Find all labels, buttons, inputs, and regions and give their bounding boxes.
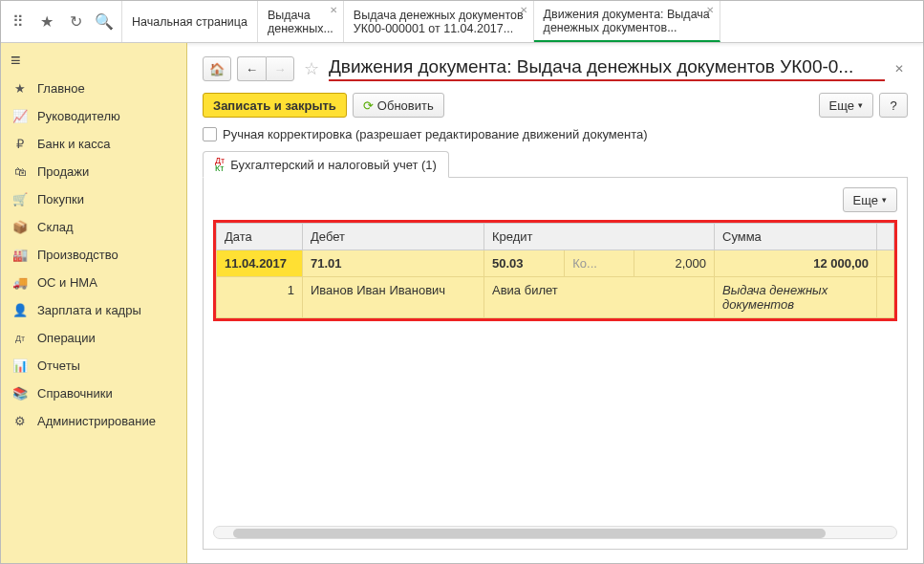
col-date[interactable]: Дата [217, 224, 303, 250]
sidebar-item-warehouse[interactable]: 📦Склад [1, 213, 186, 241]
horizontal-scrollbar[interactable] [213, 526, 897, 539]
page-title: Движения документа: Выдача денежных доку… [329, 56, 885, 81]
sidebar-item-label: Покупки [37, 192, 84, 206]
person-icon: 👤 [12, 303, 28, 317]
tab-label2: денежных... [268, 22, 333, 35]
cell-credit-k: Ко... [565, 250, 634, 277]
close-icon[interactable]: ✕ [891, 62, 908, 76]
topbar: ⠿ ★ ↻ 🔍 Начальная страница ✕ Выдача дене… [1, 1, 923, 43]
col-debit[interactable]: Дебет [303, 224, 484, 250]
sidebar-item-label: Администрирование [37, 414, 156, 428]
refresh-label: Обновить [377, 98, 434, 113]
tab-strip: Начальная страница ✕ Выдача денежных... … [122, 1, 923, 42]
manual-correction-label: Ручная корректировка (разрешает редактир… [223, 127, 648, 141]
ruble-icon: ₽ [12, 137, 28, 151]
bag-icon: 🛍 [12, 164, 28, 179]
cell-sum: 12 000,00 [715, 250, 877, 277]
sidebar-item-purchases[interactable]: 🛒Покупки [1, 185, 186, 213]
books-icon: 📚 [12, 386, 28, 401]
tab-label: Выдача денежных документов [354, 9, 524, 22]
sidebar-item-manager[interactable]: 📈Руководителю [1, 102, 186, 130]
cell-credit-q: 2,000 [634, 250, 714, 277]
table-row[interactable]: 1 Иванов Иван Иванович Авиа билет Выдача… [217, 277, 894, 318]
sidebar-item-operations[interactable]: ДтОперации [1, 324, 186, 352]
tab-start[interactable]: Начальная страница [122, 1, 258, 42]
sidebar-item-label: Склад [37, 220, 74, 234]
more-label: Еще [829, 98, 854, 113]
col-end [877, 224, 894, 250]
favorite-icon[interactable]: ☆ [300, 58, 323, 79]
sidebar-item-hr[interactable]: 👤Зарплата и кадры [1, 296, 186, 324]
close-icon[interactable]: ✕ [520, 5, 527, 15]
more-button[interactable]: Еще▾ [819, 93, 873, 118]
back-button[interactable]: ← [237, 56, 266, 81]
cell-debit: 71.01 [303, 250, 484, 277]
tab-issue[interactable]: ✕ Выдача денежных... [258, 1, 344, 42]
cell-sum2: Выдача денежных документов [715, 277, 877, 318]
manual-correction-checkbox[interactable] [203, 127, 217, 141]
box-icon: 📦 [12, 220, 28, 234]
sidebar-item-sales[interactable]: 🛍Продажи [1, 158, 186, 185]
apps-icon[interactable]: ⠿ [9, 12, 28, 32]
cell-debit2: Иванов Иван Иванович [303, 277, 484, 318]
sidebar-item-reports[interactable]: 📊Отчеты [1, 352, 186, 380]
search-icon[interactable]: 🔍 [95, 12, 114, 32]
table-row[interactable]: 11.04.2017 71.01 50.03 Ко... 2,000 12 00… [217, 250, 894, 277]
close-icon[interactable]: ✕ [330, 5, 337, 15]
cell-credit: 50.03 [484, 250, 565, 277]
more-button-inner[interactable]: Еще▾ [843, 187, 897, 212]
tab-doc[interactable]: ✕ Выдача денежных документов УК00-000001… [344, 1, 534, 42]
menu-icon[interactable]: ≡ [11, 51, 21, 71]
sidebar-item-label: Производство [37, 248, 118, 262]
sidebar-item-label: ОС и НМА [37, 275, 97, 290]
sidebar-item-label: Банк и касса [37, 137, 111, 151]
forward-button[interactable]: → [266, 56, 294, 81]
cell-n: 1 [217, 277, 303, 318]
main: 🏠 ← → ☆ Движения документа: Выдача денеж… [187, 43, 923, 563]
star-icon[interactable]: ★ [37, 12, 56, 32]
close-icon[interactable]: ✕ [706, 5, 714, 15]
tab-movements[interactable]: ✕ Движения документа: Выдача денежных до… [534, 1, 720, 42]
truck-icon: 🚚 [12, 275, 28, 290]
chart-icon: 📈 [12, 109, 28, 123]
sidebar-item-label: Зарплата и кадры [37, 303, 141, 317]
tab-accounting[interactable]: ДтКт Бухгалтерский и налоговый учет (1) [203, 151, 449, 178]
home-button[interactable]: 🏠 [203, 56, 231, 81]
sidebar-item-label: Справочники [37, 386, 113, 401]
factory-icon: 🏭 [12, 248, 28, 262]
doc-tab-label: Бухгалтерский и налоговый учет (1) [230, 158, 437, 172]
sidebar-item-label: Главное [37, 81, 85, 96]
sidebar-item-bank[interactable]: ₽Банк и касса [1, 130, 186, 158]
help-button[interactable]: ? [879, 93, 908, 118]
sidebar-item-label: Операции [37, 331, 96, 345]
tab-label2: денежных документов... [544, 21, 710, 34]
sidebar: ≡ ★Главное 📈Руководителю ₽Банк и касса 🛍… [1, 43, 187, 563]
sidebar-item-admin[interactable]: ⚙Администрирование [1, 407, 186, 435]
star-icon: ★ [12, 81, 28, 96]
sidebar-item-label: Продажи [37, 164, 89, 179]
tab-label2: УК00-000001 от 11.04.2017... [354, 22, 524, 35]
gear-icon: ⚙ [12, 414, 28, 428]
col-credit[interactable]: Кредит [484, 224, 715, 250]
tab-label: Выдача [268, 9, 333, 22]
tab-label: Движения документа: Выдача [544, 8, 710, 21]
cell-credit2: Авиа билет [484, 277, 715, 318]
dtkt-icon: Дт [12, 334, 28, 343]
sidebar-item-label: Отчеты [37, 358, 80, 373]
sidebar-item-main[interactable]: ★Главное [1, 75, 186, 102]
sidebar-item-assets[interactable]: 🚚ОС и НМА [1, 269, 186, 296]
cell-date: 11.04.2017 [217, 250, 303, 277]
sidebar-item-label: Руководителю [37, 109, 120, 123]
refresh-button[interactable]: ⟳Обновить [353, 93, 444, 118]
col-sum[interactable]: Сумма [715, 224, 877, 250]
barchart-icon: 📊 [12, 358, 28, 373]
dtkt-icon: ДтКт [215, 157, 225, 172]
cart-icon: 🛒 [12, 192, 28, 206]
sidebar-item-catalogs[interactable]: 📚Справочники [1, 380, 186, 407]
more-label: Еще [853, 193, 878, 207]
save-close-button[interactable]: Записать и закрыть [203, 93, 347, 118]
tab-label: Начальная страница [132, 15, 247, 29]
history-icon[interactable]: ↻ [66, 12, 85, 32]
postings-grid: Дата Дебет Кредит Сумма 11.04.2017 71.01… [213, 220, 897, 321]
sidebar-item-production[interactable]: 🏭Производство [1, 241, 186, 269]
